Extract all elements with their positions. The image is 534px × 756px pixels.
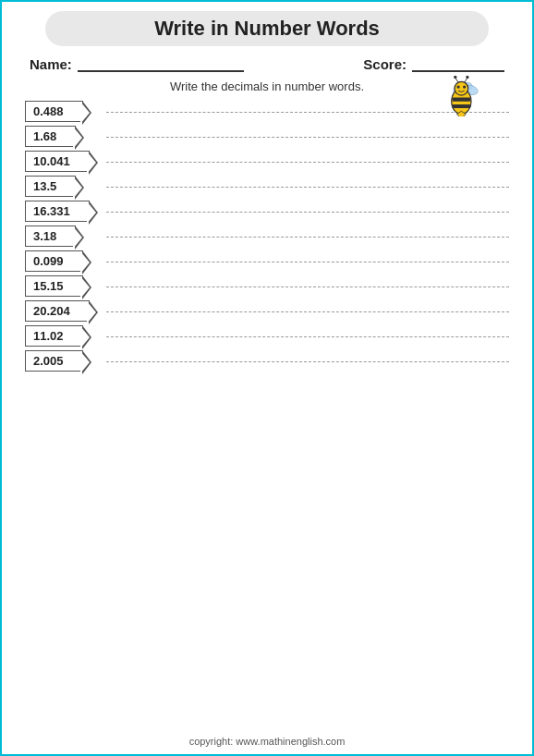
problem-row: 0.099	[25, 250, 509, 272]
number-tag-9: 20.204	[25, 300, 99, 322]
problem-row: 13.5	[25, 176, 509, 197]
answer-line-4[interactable]	[106, 187, 509, 188]
name-label: Name:	[30, 56, 72, 72]
svg-point-11	[466, 76, 468, 79]
number-value-3: 10.041	[25, 151, 90, 172]
answer-line-2[interactable]	[106, 137, 509, 138]
number-value-4: 13.5	[25, 176, 76, 197]
answer-line-10[interactable]	[106, 336, 509, 337]
name-score-row: Name: Score:	[20, 55, 514, 72]
number-value-5: 16.331	[25, 201, 90, 222]
instruction-row: Write the decimals in number words.	[20, 79, 514, 93]
number-tag-8: 15.15	[25, 275, 99, 297]
score-field[interactable]	[412, 55, 504, 72]
svg-rect-3	[453, 98, 471, 102]
worksheet-page: Write in Number Words Name: Score: Write…	[0, 0, 534, 756]
page-title: Write in Number Words	[154, 17, 380, 40]
score-label: Score:	[363, 56, 407, 72]
problem-row: 0.488	[25, 101, 509, 122]
svg-rect-4	[453, 104, 471, 108]
number-tag-11: 2.005	[25, 350, 99, 372]
number-value-1: 0.488	[25, 101, 83, 122]
number-tag-6: 3.18	[25, 226, 99, 247]
svg-point-9	[454, 76, 456, 79]
problem-row: 2.005	[25, 350, 509, 372]
number-tag-5: 16.331	[25, 201, 99, 222]
number-value-6: 3.18	[25, 226, 76, 247]
svg-point-6	[456, 85, 459, 88]
number-tag-3: 10.041	[25, 151, 99, 172]
answer-line-5[interactable]	[106, 212, 509, 213]
number-tag-7: 0.099	[25, 250, 99, 272]
number-tag-1: 0.488	[25, 101, 99, 122]
title-bar: Write in Number Words	[45, 11, 490, 46]
problem-row: 3.18	[25, 226, 509, 247]
svg-point-7	[463, 85, 466, 88]
answer-line-3[interactable]	[106, 162, 509, 163]
number-value-8: 15.15	[25, 275, 83, 297]
answer-line-6[interactable]	[106, 237, 509, 238]
number-value-11: 2.005	[25, 350, 83, 372]
score-section: Score:	[363, 55, 504, 72]
problem-row: 1.68	[25, 126, 509, 147]
problem-row: 15.15	[25, 275, 509, 297]
bee-illustration	[440, 75, 486, 120]
number-value-2: 1.68	[25, 126, 76, 147]
problem-row: 20.204	[25, 300, 509, 322]
answer-line-11[interactable]	[106, 361, 509, 362]
number-value-9: 20.204	[25, 300, 90, 322]
number-value-10: 11.02	[25, 325, 83, 347]
number-tag-10: 11.02	[25, 325, 99, 347]
instruction-text: Write the decimals in number words.	[170, 79, 364, 93]
answer-line-7[interactable]	[106, 262, 509, 262]
name-field[interactable]	[78, 55, 244, 72]
number-tag-2: 1.68	[25, 126, 99, 147]
answer-line-9[interactable]	[106, 311, 509, 312]
copyright-text: copyright: www.mathinenglish.com	[2, 736, 532, 747]
bee-icon	[440, 75, 486, 116]
problems-container: 0.488 1.68 10.041 13.5 16.331	[20, 101, 514, 372]
number-tag-4: 13.5	[25, 176, 99, 197]
number-value-7: 0.099	[25, 250, 83, 272]
name-section: Name:	[30, 55, 244, 72]
problem-row: 11.02	[25, 325, 509, 347]
answer-line-8[interactable]	[106, 287, 509, 287]
problem-row: 16.331	[25, 201, 509, 222]
svg-point-5	[455, 81, 468, 95]
problem-row: 10.041	[25, 151, 509, 172]
